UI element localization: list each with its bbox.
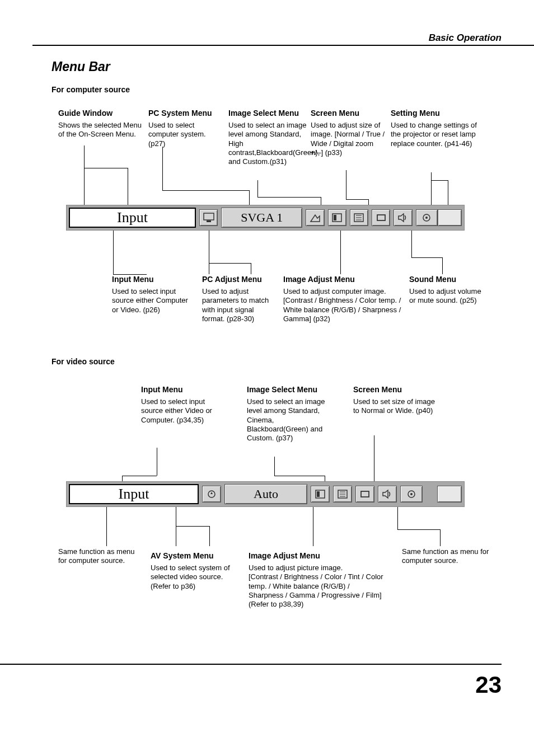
callout-title: Setting Menu — [391, 109, 489, 118]
callout-body: Used to select an image level among Stan… — [247, 397, 331, 443]
callout-body: Used to select computer system. (p27) — [148, 121, 221, 148]
leader — [346, 199, 368, 200]
page-title: Menu Bar — [51, 59, 110, 74]
callout-body: Used to adjust picture image. [Contrast … — [249, 564, 386, 609]
page-number: 23 — [475, 672, 502, 698]
callout-title: Input Menu — [112, 275, 190, 284]
callout-title: Image Adjust Menu — [283, 275, 404, 284]
leader — [251, 263, 251, 274]
leader — [106, 507, 107, 546]
mode-label: SVGA 1 — [221, 208, 302, 228]
leader — [257, 180, 258, 197]
callout-body: Used to adjust parameters to match with … — [202, 287, 275, 323]
svg-point-10 — [425, 217, 428, 219]
callout-title: AV System Menu — [151, 551, 235, 560]
leader — [122, 476, 157, 476]
svg-point-20 — [410, 493, 413, 495]
leader — [397, 507, 398, 529]
pc-adjust-icon2 — [350, 209, 368, 226]
header-rule — [32, 45, 534, 46]
callout-title: Screen Menu — [311, 109, 386, 118]
callout-body: Same function as menu for computer sourc… — [402, 547, 497, 566]
leader — [325, 476, 325, 481]
callout-body: Used to adjust volume or mute sound. (p2… — [409, 287, 482, 306]
callout-av-system: AV System Menu Used to select system of … — [151, 551, 235, 591]
callout-same-left: Same function as menu for computer sourc… — [58, 547, 142, 566]
callout-setting-menu: Setting Menu Used to change settings of … — [391, 109, 489, 148]
callout-v-image-select: Image Select Menu Used to select an imag… — [247, 385, 331, 443]
leader — [128, 168, 128, 205]
svg-rect-8 — [377, 215, 385, 220]
callout-title: Image Adjust Menu — [249, 551, 386, 560]
menubar-computer: Input SVGA 1 — [66, 205, 465, 231]
leader — [346, 170, 346, 199]
callout-title: Image Select Menu — [228, 109, 307, 118]
callout-title: Screen Menu — [353, 385, 437, 394]
setting-icon — [400, 486, 423, 503]
leader — [162, 147, 163, 190]
menubar-video: Input Auto — [66, 481, 465, 507]
image-select-icon — [328, 209, 346, 226]
svg-rect-3 — [334, 215, 336, 220]
callout-sound-menu: Sound Menu Used to adjust volume or mute… — [409, 275, 482, 306]
callout-body: Used to select an image level among Stan… — [228, 121, 307, 166]
leader — [209, 526, 210, 546]
leader — [157, 448, 157, 476]
pc-system-icon — [199, 209, 218, 226]
leader — [411, 257, 442, 258]
svg-rect-13 — [317, 491, 320, 497]
leader — [313, 507, 313, 546]
leader — [431, 172, 432, 205]
callout-body: Used to select input source either Compu… — [112, 287, 190, 314]
callout-body: Used to set size of image to Normal or W… — [353, 397, 437, 416]
sound-icon — [378, 486, 397, 503]
callout-screen-menu: Screen Menu Used to adjust size of image… — [311, 109, 386, 157]
heading-computer-source: For computer source — [51, 85, 130, 94]
leader — [84, 168, 128, 168]
callout-title: PC System Menu — [148, 109, 221, 118]
mode-label: Auto — [224, 484, 307, 504]
callout-same-right: Same function as menu for computer sourc… — [402, 547, 497, 566]
callout-body: Shows the selected Menu of the On-Screen… — [58, 121, 142, 139]
callout-body: Used to change settings of the projector… — [391, 121, 489, 148]
leader — [440, 529, 441, 546]
callout-image-select: Image Select Menu Used to select an imag… — [228, 109, 307, 166]
leader — [176, 526, 209, 527]
lamp-icon — [438, 209, 462, 226]
leader — [374, 435, 374, 481]
leader — [431, 180, 448, 181]
leader — [113, 231, 114, 274]
callout-title: PC Adjust Menu — [202, 275, 275, 284]
leader — [368, 199, 369, 205]
callout-body: Used to adjust computer image. [Contrast… — [283, 287, 404, 323]
svg-rect-1 — [207, 220, 211, 222]
leader — [274, 457, 275, 476]
leader — [397, 529, 440, 530]
leader — [448, 180, 448, 205]
leader — [176, 507, 176, 546]
leader — [122, 476, 123, 481]
leader — [162, 190, 249, 191]
image-adjust-icon — [306, 209, 324, 226]
callout-image-adjust: Image Adjust Menu Used to adjust compute… — [283, 275, 404, 323]
footer-rule — [0, 664, 502, 665]
callout-pc-system: PC System Menu Used to select computer s… — [148, 109, 221, 148]
callout-v-image-adjust: Image Adjust Menu Used to adjust picture… — [249, 551, 386, 609]
image-adjust-icon — [311, 486, 330, 503]
screen-icon — [372, 209, 390, 226]
leader — [340, 231, 341, 274]
callout-body: Same function as menu for computer sourc… — [58, 547, 142, 566]
callout-title: Guide Window — [58, 109, 142, 118]
leader — [274, 476, 325, 476]
av-system-icon — [202, 486, 221, 503]
leader — [442, 257, 443, 274]
callout-title: Input Menu — [141, 385, 219, 394]
callout-title: Image Select Menu — [247, 385, 331, 394]
leader — [84, 145, 85, 205]
leader — [411, 231, 412, 257]
callout-v-input: Input Menu Used to select input source e… — [141, 385, 219, 425]
leader — [209, 263, 251, 264]
leader — [249, 190, 250, 205]
callout-guide-window: Guide Window Shows the selected Menu of … — [58, 109, 142, 139]
menu-guide-window: Input — [69, 484, 199, 504]
